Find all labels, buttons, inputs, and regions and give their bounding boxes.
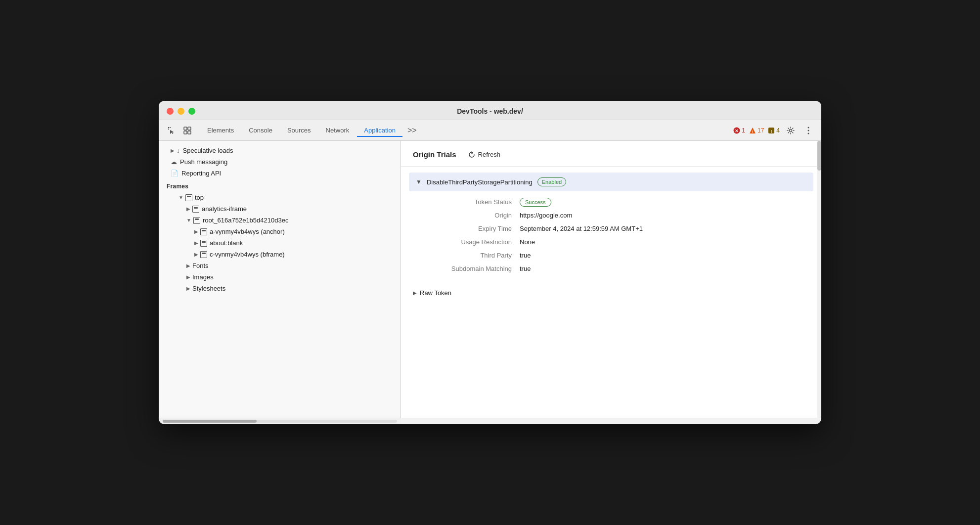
sidebar-bottom-scrollbar — [159, 418, 401, 424]
expiry-row: Expiry Time September 4, 2024 at 12:59:5… — [421, 222, 809, 235]
chevron-right-icon: ▶ — [186, 286, 190, 291]
sidebar-item-fonts[interactable]: ▶ Fonts — [159, 260, 401, 271]
chevron-right-icon: ▶ — [194, 229, 198, 234]
origin-label: Origin — [421, 212, 520, 219]
chevron-right-icon: ▶ — [171, 148, 175, 153]
usage-row: Usage Restriction None — [421, 235, 809, 249]
trial-entry: ▼ DisableThirdPartyStoragePartitioning E… — [409, 173, 813, 191]
inspect-icon[interactable] — [180, 124, 194, 137]
svg-rect-2 — [168, 129, 169, 130]
svg-rect-1 — [170, 127, 171, 128]
svg-rect-6 — [188, 131, 191, 134]
traffic-lights — [167, 108, 195, 115]
sidebar-item-top[interactable]: ▼ top — [159, 192, 401, 203]
sidebar-item-label: Speculative loads — [183, 147, 233, 154]
main-area: ▶ ↓ Speculative loads ☁ Push messaging 📄… — [159, 141, 821, 418]
sidebar-item-push-messaging[interactable]: ☁ Push messaging — [159, 156, 401, 168]
chevron-right-icon: ▶ — [186, 274, 190, 280]
info-badge[interactable]: ! 4 — [768, 127, 780, 134]
svg-point-15 — [808, 130, 809, 131]
trial-header[interactable]: ▼ DisableThirdPartyStoragePartitioning E… — [409, 173, 813, 191]
tab-console[interactable]: Console — [242, 124, 279, 137]
tab-elements[interactable]: Elements — [200, 124, 241, 137]
svg-text:!: ! — [752, 129, 754, 133]
usage-value: None — [520, 238, 809, 246]
more-tabs-button[interactable]: >> — [403, 124, 421, 137]
error-badge[interactable]: ✕ 1 — [733, 127, 745, 134]
maximize-button[interactable] — [188, 108, 195, 115]
sidebar-item-label: Reporting API — [181, 170, 221, 177]
sidebar-item-label: analytics-iframe — [202, 205, 247, 213]
titlebar: DevTools - web.dev/ — [159, 101, 821, 120]
token-status-value: Success — [520, 198, 809, 206]
tab-sources[interactable]: Sources — [280, 124, 318, 137]
frame-icon — [200, 240, 207, 247]
sidebar-item-label: Images — [192, 273, 214, 281]
sidebar-item-root-frame[interactable]: ▼ root_616a752e1b5d4210d3ec — [159, 215, 401, 226]
sidebar-item-images[interactable]: ▶ Images — [159, 271, 401, 283]
svg-point-13 — [790, 129, 792, 131]
sidebar-item-label: Fonts — [192, 262, 209, 269]
svg-text:✕: ✕ — [735, 129, 739, 133]
expand-icon: ▼ — [416, 178, 422, 185]
warn-count: 17 — [757, 127, 764, 134]
file-icon: 📄 — [171, 170, 178, 177]
raw-token-label: Raw Token — [420, 289, 451, 297]
scrollbar-thumb[interactable] — [817, 141, 821, 171]
sidebar-item-reporting-api[interactable]: 📄 Reporting API — [159, 168, 401, 179]
expiry-label: Expiry Time — [421, 225, 520, 232]
close-button[interactable] — [167, 108, 174, 115]
chevron-right-icon: ▶ — [194, 240, 198, 246]
chevron-right-icon: ▶ — [194, 252, 198, 257]
devtools-window: DevTools - web.dev/ Elements Console Sou… — [159, 101, 821, 424]
frame-icon — [192, 206, 199, 213]
right-panel: Origin Trials Refresh ▼ DisableThirdPart… — [401, 141, 821, 418]
origin-value: https://google.com — [520, 212, 809, 219]
toolbar-right: ✕ 1 ! 17 ! 4 — [733, 124, 815, 137]
scrollbar-track[interactable] — [817, 141, 821, 418]
chevron-down-icon: ▼ — [186, 218, 191, 223]
toolbar-tabs: Elements Console Sources Network Applica… — [200, 124, 731, 137]
svg-rect-4 — [188, 127, 191, 130]
third-party-label: Third Party — [421, 252, 520, 259]
panel-title: Origin Trials — [413, 150, 456, 159]
sidebar-item-analytics-iframe[interactable]: ▶ analytics-iframe — [159, 203, 401, 215]
frames-section-header: Frames — [159, 179, 401, 192]
sidebar-scrollbar-thumb[interactable] — [163, 420, 257, 423]
frame-icon — [200, 228, 207, 235]
more-options-button[interactable] — [802, 124, 815, 137]
sidebar-item-speculative-loads[interactable]: ▶ ↓ Speculative loads — [159, 145, 401, 156]
trial-name: DisableThirdPartyStoragePartitioning — [427, 178, 533, 186]
third-party-value: true — [520, 252, 809, 259]
frame-icon — [200, 251, 207, 258]
refresh-button[interactable]: Refresh — [464, 149, 505, 160]
svg-point-14 — [808, 127, 809, 128]
raw-token-toggle[interactable]: ▶ Raw Token — [413, 289, 809, 297]
minimize-button[interactable] — [178, 108, 184, 115]
warn-badge[interactable]: ! 17 — [749, 127, 764, 134]
cloud-icon: ☁ — [171, 158, 177, 166]
sidebar-item-label: Push messaging — [180, 158, 227, 166]
sidebar-item-c-frame[interactable]: ▶ c-vynmy4vb4wys (bframe) — [159, 249, 401, 260]
token-status-label: Token Status — [421, 198, 520, 206]
sidebar-item-stylesheets[interactable]: ▶ Stylesheets — [159, 283, 401, 294]
sidebar-item-a-frame[interactable]: ▶ a-vynmy4vb4wys (anchor) — [159, 226, 401, 237]
svg-point-16 — [808, 132, 809, 134]
toolbar: Elements Console Sources Network Applica… — [159, 120, 821, 141]
settings-button[interactable] — [784, 124, 798, 137]
origin-row: Origin https://google.com — [421, 209, 809, 222]
frame-icon — [193, 217, 200, 224]
cursor-icon[interactable] — [165, 124, 178, 137]
sidebar-item-label: c-vynmy4vb4wys (bframe) — [210, 251, 285, 258]
sidebar-item-about-blank[interactable]: ▶ about:blank — [159, 237, 401, 249]
expiry-value: September 4, 2024 at 12:59:59 AM GMT+1 — [520, 225, 809, 232]
panel-header: Origin Trials Refresh — [401, 141, 821, 167]
chevron-right-icon: ▶ — [413, 290, 417, 296]
refresh-label: Refresh — [478, 151, 501, 158]
tab-application[interactable]: Application — [357, 124, 402, 137]
tab-network[interactable]: Network — [319, 124, 356, 137]
sidebar-item-label: about:blank — [210, 239, 243, 247]
svg-rect-0 — [168, 127, 169, 128]
token-status-row: Token Status Success — [421, 195, 809, 209]
svg-rect-3 — [184, 127, 187, 130]
